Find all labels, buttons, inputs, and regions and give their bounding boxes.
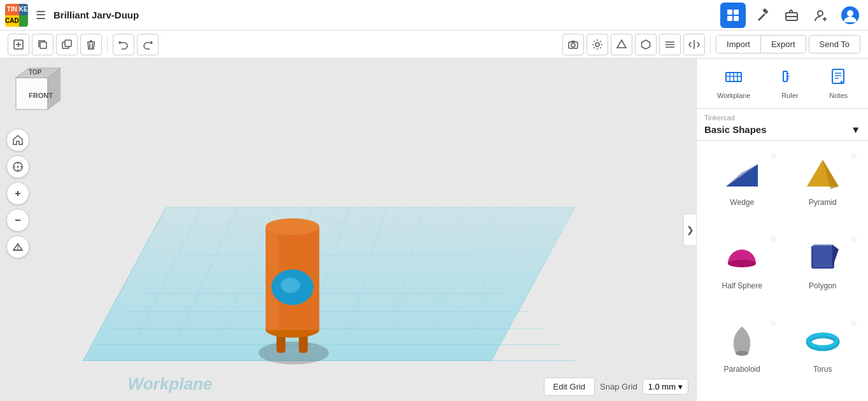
- svg-rect-0: [727, 10, 732, 15]
- copy-button[interactable]: [32, 34, 53, 55]
- grid-view-button[interactable]: [720, 3, 746, 28]
- camera-button[interactable]: [562, 34, 584, 55]
- separator-1: [107, 36, 108, 53]
- dropdown-arrow-icon: ▼: [851, 124, 860, 135]
- duplicate-button[interactable]: [56, 34, 78, 55]
- edit-grid-button[interactable]: Edit Grid: [544, 377, 595, 396]
- svg-point-21: [595, 43, 599, 46]
- shapes-grid: ☆ Wedge ☆ Pyramid: [697, 141, 868, 401]
- zoom-in-button[interactable]: [6, 182, 29, 205]
- library-select[interactable]: Basic Shapes ▼: [704, 124, 860, 135]
- ruler-label: Ruler: [781, 92, 798, 99]
- svg-text:FRONT: FRONT: [29, 92, 53, 99]
- briefcase-button[interactable]: [779, 3, 804, 28]
- shape-polygon[interactable]: ☆ Polygon: [785, 232, 861, 310]
- pyramid-label: Pyramid: [809, 198, 837, 207]
- svg-marker-106: [832, 244, 839, 267]
- dropdown-icon: ▾: [678, 382, 683, 391]
- svg-point-41: [17, 166, 19, 168]
- fit-view-button[interactable]: [6, 155, 29, 178]
- star-paraboloid[interactable]: ☆: [769, 318, 778, 328]
- svg-rect-17: [65, 40, 71, 46]
- shape-wedge[interactable]: ☆ Wedge: [704, 148, 780, 227]
- svg-rect-4: [762, 8, 768, 14]
- logo-bl: CAD: [5, 15, 19, 27]
- ruler-icon: [781, 67, 799, 89]
- shape-paraboloid[interactable]: ☆ Paraboloid: [704, 315, 780, 393]
- menu-icon[interactable]: ☰: [33, 6, 48, 25]
- svg-line-27: [601, 47, 601, 48]
- svg-point-76: [259, 341, 329, 364]
- library-header: Tinkercad Basic Shapes ▼: [697, 109, 868, 141]
- shape-tool-button[interactable]: [611, 34, 632, 55]
- wedge-label: Wedge: [730, 198, 754, 207]
- avatar[interactable]: [837, 3, 863, 28]
- tools-button[interactable]: [750, 3, 775, 28]
- svg-line-29: [594, 47, 594, 48]
- logo[interactable]: TIN KER CAD: [5, 4, 28, 27]
- torus-label: Torus: [813, 365, 832, 374]
- pyramid-icon: [802, 153, 843, 194]
- ruler-tool[interactable]: Ruler: [774, 64, 805, 103]
- toolbar: Import Export Send To: [0, 31, 868, 59]
- star-pyramid[interactable]: ☆: [850, 151, 858, 161]
- workplane-label: Workplane: [717, 92, 750, 99]
- svg-point-107: [736, 351, 748, 356]
- perspective-button[interactable]: [6, 236, 29, 258]
- svg-rect-15: [40, 42, 46, 48]
- torus-icon: [802, 320, 843, 361]
- mirror-button[interactable]: [683, 34, 705, 55]
- align-button[interactable]: [659, 34, 681, 55]
- add-user-button[interactable]: [808, 3, 834, 28]
- bottom-bar: Edit Grid Snap Grid 1.0 mm ▾: [544, 377, 688, 396]
- svg-rect-91: [783, 71, 787, 81]
- orientation-cube[interactable]: FRONT TOP: [10, 65, 60, 116]
- svg-point-19: [571, 43, 575, 47]
- svg-point-84: [281, 278, 300, 293]
- paraboloid-icon: [722, 320, 762, 361]
- notes-tool[interactable]: Notes: [823, 64, 854, 103]
- workplane-icon: [725, 67, 743, 89]
- viewport[interactable]: FRONT TOP: [0, 59, 696, 401]
- svg-rect-3: [734, 16, 739, 21]
- light-button[interactable]: [587, 34, 608, 55]
- logo-tl: TIN: [5, 4, 19, 15]
- half-sphere-icon: [722, 237, 762, 278]
- svg-marker-52: [83, 208, 574, 361]
- send-to-button[interactable]: Send To: [809, 35, 860, 53]
- home-view-button[interactable]: [6, 129, 29, 151]
- top-nav: TIN KER CAD ☰ Brilliant Jarv-Duup: [0, 0, 868, 31]
- shape-pyramid[interactable]: ☆ Pyramid: [785, 148, 861, 227]
- left-toolbar: [6, 129, 29, 258]
- delete-button[interactable]: [80, 34, 102, 55]
- svg-point-7: [818, 11, 823, 16]
- svg-marker-30: [617, 40, 626, 48]
- workplane-tool[interactable]: Workplane: [711, 64, 757, 103]
- new-button[interactable]: [8, 34, 29, 55]
- notes-icon: [830, 67, 848, 89]
- zoom-out-button[interactable]: [6, 209, 29, 232]
- main-area: FRONT TOP: [0, 59, 868, 401]
- scene-container: Workplane: [0, 59, 696, 401]
- svg-rect-105: [813, 244, 832, 267]
- shape-torus[interactable]: ☆ Torus: [785, 315, 861, 393]
- star-polygon[interactable]: ☆: [850, 234, 858, 244]
- svg-point-11: [847, 10, 853, 17]
- library-name: Basic Shapes: [704, 124, 767, 135]
- polygon-label: Polygon: [809, 281, 836, 290]
- import-button[interactable]: Import: [716, 36, 761, 53]
- star-wedge[interactable]: ☆: [769, 151, 778, 161]
- star-half-sphere[interactable]: ☆: [769, 234, 778, 244]
- undo-button[interactable]: [113, 34, 134, 55]
- star-torus[interactable]: ☆: [850, 318, 858, 328]
- svg-point-82: [266, 218, 319, 235]
- snap-grid-select[interactable]: 1.0 mm ▾: [643, 379, 688, 395]
- collapse-panel-button[interactable]: ❯: [683, 214, 696, 246]
- export-button[interactable]: Export: [761, 36, 806, 53]
- half-sphere-label: Half Sphere: [722, 281, 762, 290]
- shape-tool2-button[interactable]: [635, 34, 657, 55]
- separator-2: [710, 36, 711, 53]
- wedge-icon: [722, 153, 762, 194]
- shape-half-sphere[interactable]: ☆ Half Sphere: [704, 232, 780, 310]
- redo-button[interactable]: [137, 34, 159, 55]
